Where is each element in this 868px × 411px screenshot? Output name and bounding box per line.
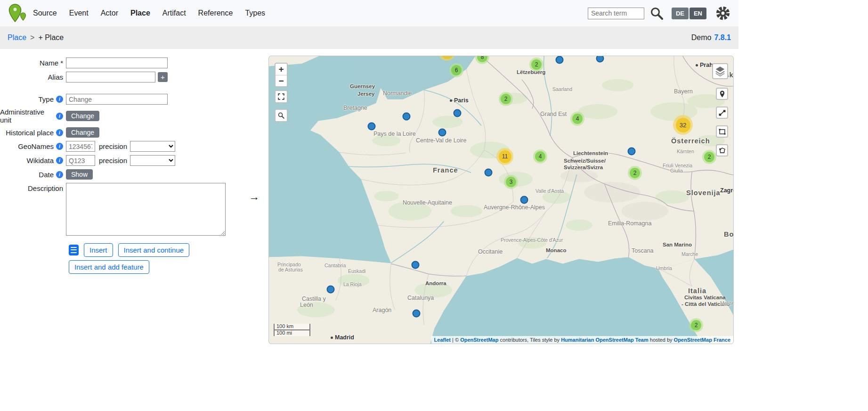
app-logo-icon[interactable] bbox=[8, 3, 28, 23]
nav-item-reference[interactable]: Reference bbox=[198, 9, 233, 17]
lang-de-button[interactable]: DE bbox=[672, 8, 689, 19]
admin-unit-info-icon[interactable]: i bbox=[56, 113, 63, 120]
cluster-marker[interactable]: 2 bbox=[529, 58, 544, 72]
version-link[interactable]: 7.8.1 bbox=[714, 33, 731, 42]
draw-rectangle-control[interactable] bbox=[716, 125, 728, 138]
date-show-button[interactable]: Show bbox=[66, 169, 93, 180]
point-marker[interactable] bbox=[403, 113, 411, 121]
geonames-precision-select[interactable] bbox=[130, 141, 175, 152]
insert-and-continue-button[interactable]: Insert and continue bbox=[118, 243, 190, 257]
wikidata-info-icon[interactable]: i bbox=[56, 157, 63, 164]
polyline-icon bbox=[718, 109, 726, 117]
breadcrumb-current: + Place bbox=[38, 33, 64, 42]
alias-input[interactable] bbox=[66, 72, 155, 82]
point-marker[interactable] bbox=[368, 123, 376, 131]
place-form: Name * Alias + Type i Administrative uni… bbox=[0, 56, 268, 344]
wikidata-input[interactable] bbox=[66, 155, 95, 166]
map-search-control bbox=[275, 109, 288, 122]
historical-place-label: Historical place bbox=[6, 129, 54, 137]
attribution-text: | © bbox=[451, 337, 460, 343]
cluster-marker[interactable]: 2 bbox=[628, 166, 642, 180]
historical-place-info-icon[interactable]: i bbox=[56, 129, 63, 136]
nav-item-types[interactable]: Types bbox=[245, 9, 265, 17]
nav-item-event[interactable]: Event bbox=[69, 9, 89, 17]
breadcrumb-separator: > bbox=[30, 33, 34, 42]
cluster-marker[interactable]: 11 bbox=[496, 148, 513, 165]
description-textarea[interactable] bbox=[66, 183, 226, 236]
wikidata-precision-select[interactable] bbox=[130, 155, 175, 166]
breadcrumb: Place > + Place Demo 7.8.1 bbox=[0, 26, 738, 49]
point-marker[interactable] bbox=[412, 261, 420, 269]
point-marker[interactable] bbox=[413, 310, 421, 318]
type-info-icon[interactable]: i bbox=[56, 96, 63, 103]
type-input[interactable] bbox=[66, 94, 168, 105]
nav-item-source[interactable]: Source bbox=[33, 9, 57, 17]
cluster-marker[interactable]: 2 bbox=[689, 318, 703, 332]
geonames-input[interactable] bbox=[66, 141, 95, 152]
description-label: Description bbox=[28, 184, 63, 192]
header-tools: DE EN bbox=[588, 5, 731, 21]
nav-item-place[interactable]: Place bbox=[130, 9, 150, 17]
historical-place-change-button[interactable]: Change bbox=[66, 127, 99, 138]
geonames-info-icon[interactable]: i bbox=[56, 143, 63, 150]
cluster-marker[interactable]: 32 bbox=[673, 115, 693, 135]
search-button[interactable] bbox=[649, 6, 664, 21]
date-label: Date bbox=[39, 171, 54, 179]
add-alias-button[interactable]: + bbox=[158, 72, 168, 82]
zoom-in-button[interactable]: + bbox=[276, 64, 287, 75]
map-scale: 100 km 100 mi bbox=[274, 324, 310, 336]
layers-control[interactable] bbox=[712, 63, 728, 79]
nav-item-actor[interactable]: Actor bbox=[101, 9, 118, 17]
point-marker[interactable] bbox=[438, 129, 446, 137]
attribution-link[interactable]: OpenStreetMap bbox=[460, 337, 498, 343]
zoom-out-button[interactable]: − bbox=[276, 75, 287, 86]
attribution-link[interactable]: Humanitarian OpenStreetMap Team bbox=[561, 337, 649, 343]
breadcrumb-place-link[interactable]: Place bbox=[8, 33, 26, 42]
point-marker[interactable] bbox=[628, 148, 636, 156]
demo-label: Demo bbox=[691, 33, 712, 42]
fullscreen-icon[interactable] bbox=[276, 91, 287, 102]
geonames-label: GeoNames bbox=[18, 142, 54, 150]
wikidata-label: Wikidata bbox=[26, 156, 54, 164]
point-marker[interactable] bbox=[485, 169, 493, 177]
add-marker-control[interactable] bbox=[716, 88, 728, 100]
language-switch: DE EN bbox=[672, 8, 706, 19]
expand-map-arrow[interactable]: → bbox=[249, 190, 260, 203]
map-attribution: Leaflet | © OpenStreetMap contributors, … bbox=[431, 336, 733, 344]
map-search-icon[interactable] bbox=[276, 110, 287, 121]
point-marker[interactable] bbox=[556, 56, 564, 64]
leaflet-map[interactable]: GuernseyJerseyNormandieParisBretagnePays… bbox=[268, 56, 734, 344]
search-icon bbox=[649, 6, 664, 20]
attribution-link[interactable]: OpenStreetMap France bbox=[674, 337, 730, 343]
cluster-marker[interactable]: 4 bbox=[570, 112, 584, 126]
layers-icon bbox=[714, 66, 726, 77]
type-label: Type bbox=[38, 95, 54, 103]
name-input[interactable] bbox=[66, 58, 168, 68]
geonames-precision-label: precision bbox=[99, 142, 127, 150]
insert-and-add-feature-button[interactable]: Insert and add feature bbox=[69, 260, 149, 274]
settings-button[interactable] bbox=[715, 5, 731, 21]
date-info-icon[interactable]: i bbox=[56, 171, 63, 178]
nav-item-artifact[interactable]: Artifact bbox=[162, 9, 186, 17]
attribution-link[interactable]: Leaflet bbox=[434, 337, 451, 343]
point-marker[interactable] bbox=[454, 109, 462, 117]
search-input[interactable] bbox=[588, 8, 644, 19]
admin-unit-change-button[interactable]: Change bbox=[66, 111, 99, 121]
cluster-marker[interactable]: 3 bbox=[504, 175, 518, 189]
main-nav: SourceEventActorPlaceArtifactReferenceTy… bbox=[33, 9, 265, 17]
cluster-marker[interactable]: 2 bbox=[702, 150, 716, 164]
cluster-marker[interactable]: 2 bbox=[499, 92, 513, 106]
text-lines-icon[interactable] bbox=[69, 245, 79, 255]
point-marker[interactable] bbox=[327, 286, 335, 294]
draw-polyline-control[interactable] bbox=[716, 107, 728, 119]
alias-label: Alias bbox=[48, 73, 63, 81]
cluster-marker[interactable]: 4 bbox=[533, 149, 547, 164]
insert-button[interactable]: Insert bbox=[84, 243, 113, 257]
draw-polygon-control[interactable] bbox=[716, 144, 728, 156]
point-marker[interactable] bbox=[520, 196, 528, 204]
top-navigation-bar: SourceEventActorPlaceArtifactReferenceTy… bbox=[0, 0, 738, 26]
name-label: Name * bbox=[40, 59, 63, 67]
cluster-marker[interactable]: 6 bbox=[449, 63, 463, 77]
lang-en-button[interactable]: EN bbox=[690, 8, 706, 19]
gear-icon bbox=[715, 5, 731, 21]
